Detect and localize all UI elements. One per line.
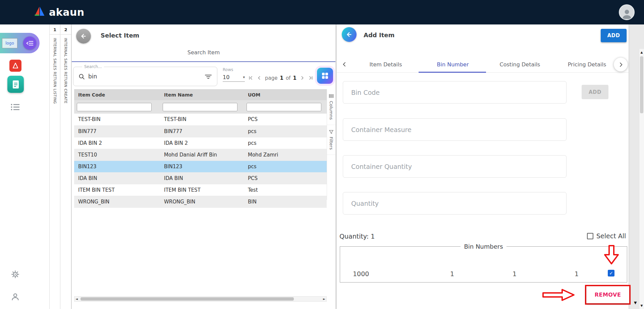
filters-label: Filters	[329, 137, 334, 150]
back-button[interactable]	[342, 27, 357, 42]
cell: IDA BIN	[74, 172, 160, 184]
table-row[interactable]: BIN777 BIN777 pcs	[74, 125, 327, 137]
settings-button[interactable]	[11, 270, 20, 280]
first-page-button[interactable]	[248, 75, 254, 81]
table-row[interactable]: IDA BIN 2 IDA BIN 2 pcs	[74, 137, 327, 149]
tab-costing-details[interactable]: Costing Details	[486, 61, 553, 68]
columns-icon	[329, 94, 333, 98]
pdf-export-button[interactable]	[9, 60, 21, 72]
item-name-filter-input[interactable]	[163, 103, 237, 111]
select-all-control[interactable]: Select All	[587, 232, 626, 240]
container-quantity-field[interactable]	[343, 155, 567, 178]
bin-qty-value: 1	[450, 270, 454, 277]
back-button[interactable]	[76, 29, 91, 44]
column-header-uom[interactable]: UOM	[244, 89, 327, 100]
bin-code-field[interactable]	[343, 81, 567, 104]
scroll-left-icon[interactable]: ◄	[75, 297, 78, 301]
tab-search-item[interactable]: Search Item	[72, 49, 335, 56]
brand-triangle-icon	[34, 6, 46, 18]
tab-item-details[interactable]: Item Details	[352, 61, 419, 68]
cell: WRONG_BIN	[74, 196, 160, 207]
scrollbar-thumb[interactable]	[640, 56, 643, 113]
chevron-left-icon	[256, 75, 263, 81]
items-table: Item Code Item Name UOM TEST-BIN TEST-BI…	[74, 89, 327, 208]
uom-filter-input[interactable]	[247, 103, 321, 111]
cell: Mohd Zamri	[244, 149, 327, 161]
search-filter-button[interactable]	[204, 73, 212, 82]
search-input[interactable]	[88, 67, 196, 85]
workspace-tab-label: INTERNAL SALES RETURN LISTING	[53, 38, 57, 104]
annotation-highlight-box: REMOVE	[585, 285, 631, 305]
container-measure-input[interactable]	[343, 119, 566, 140]
columns-toggle[interactable]: Columns	[327, 89, 335, 125]
bin-qty-value: 1	[575, 270, 579, 277]
dropdown-arrow-icon[interactable]: ▼	[634, 301, 637, 305]
last-page-button[interactable]	[308, 75, 314, 81]
panel-title: Select Item	[101, 32, 139, 39]
workspace-tab-1[interactable]: 1 INTERNAL SALES RETURN LISTING	[49, 24, 60, 309]
chevron-right-icon	[618, 61, 624, 68]
pagination: page 1 of 1	[248, 75, 314, 81]
tabs-scroll-left-button[interactable]	[337, 61, 352, 68]
brand-logo[interactable]: akaun	[34, 0, 85, 24]
quantity-summary: Quantity: 1	[339, 233, 375, 240]
tab-indicator	[72, 61, 335, 62]
brand-name: akaun	[49, 6, 85, 18]
cell: WRONG_BIN	[160, 196, 244, 207]
menu-toggle-button[interactable]	[23, 37, 36, 50]
column-header-item-code[interactable]: Item Code	[74, 89, 160, 100]
scrollbar-thumb[interactable]	[80, 297, 294, 301]
page-scrollbar[interactable]: ▲ ▼	[639, 49, 644, 309]
tabs-scroll-right-button[interactable]	[614, 58, 628, 71]
scroll-down-icon[interactable]: ▼	[639, 304, 644, 307]
filters-toggle[interactable]: Filters	[327, 125, 335, 155]
apps-grid-button[interactable]	[317, 68, 333, 84]
cell: pcs	[244, 125, 327, 137]
cell: Mohd Danial Ariff Bin	[160, 149, 244, 161]
tab-pricing-details[interactable]: Pricing Details	[553, 61, 621, 68]
column-header-item-name[interactable]: Item Name	[160, 89, 244, 100]
sales-document-button[interactable]	[7, 76, 24, 93]
select-all-label: Select All	[596, 232, 626, 240]
prev-page-button[interactable]	[256, 75, 263, 81]
remove-button[interactable]: REMOVE	[586, 286, 629, 303]
scroll-right-icon[interactable]: ►	[323, 297, 325, 301]
table-row[interactable]: TEST10 Mohd Danial Ariff Bin Mohd Zamri	[74, 149, 327, 161]
item-code-filter-input[interactable]	[77, 103, 152, 111]
rows-select[interactable]: 10 ▾	[223, 74, 245, 82]
grid-icon	[321, 72, 329, 80]
select-all-checkbox[interactable]	[587, 233, 593, 239]
detail-tabs: Item Details Bin Number Costing Details …	[337, 56, 629, 73]
arrow-left-icon	[345, 31, 353, 38]
bin-row-checkbox[interactable]: ✓	[608, 270, 614, 276]
tab-bin-number[interactable]: Bin Number	[419, 61, 486, 68]
table-row[interactable]: ITEM BIN TEST ITEM BIN TEST Test	[74, 184, 327, 196]
rows-label: Rows	[223, 67, 246, 72]
table-row[interactable]: TEST-BIN TEST-BIN PCS	[74, 114, 327, 125]
table-row[interactable]: IDA BIN IDA BIN PCS	[74, 172, 327, 184]
horizontal-scrollbar[interactable]: ◄ ►	[74, 296, 327, 302]
pdf-icon	[11, 62, 19, 70]
add-item-button[interactable]: ADD	[601, 29, 627, 42]
table-row-selected[interactable]: BIN123 BIN123 pcs	[74, 161, 327, 172]
workspace-tab-number: 1	[50, 24, 60, 35]
container-measure-field[interactable]	[343, 118, 567, 141]
workspace-tab-2[interactable]: 2 INTERNAL SALES RETURN CREATE	[60, 24, 71, 309]
scroll-up-icon[interactable]: ▲	[639, 51, 644, 54]
bin-code-input[interactable]	[343, 81, 566, 103]
gear-icon	[11, 270, 20, 279]
listing-menu-button[interactable]	[11, 104, 20, 112]
select-item-panel: Select Item Search Item Search... Rows 1	[72, 24, 335, 309]
profile-button[interactable]	[11, 292, 20, 303]
cell: PCS	[244, 172, 327, 184]
table-side-strip: Columns Filters	[327, 89, 335, 200]
person-silhouette-icon	[621, 7, 633, 19]
container-quantity-input[interactable]	[343, 156, 566, 177]
user-avatar[interactable]	[619, 4, 635, 20]
next-page-button[interactable]	[299, 75, 305, 81]
table-row[interactable]: WRONG_BIN WRONG_BIN BIN	[74, 196, 327, 207]
quantity-field[interactable]	[343, 192, 567, 214]
bin-code-add-button[interactable]: ADD	[582, 85, 608, 99]
page-text-prefix: page	[265, 75, 277, 81]
quantity-input[interactable]	[343, 192, 566, 214]
